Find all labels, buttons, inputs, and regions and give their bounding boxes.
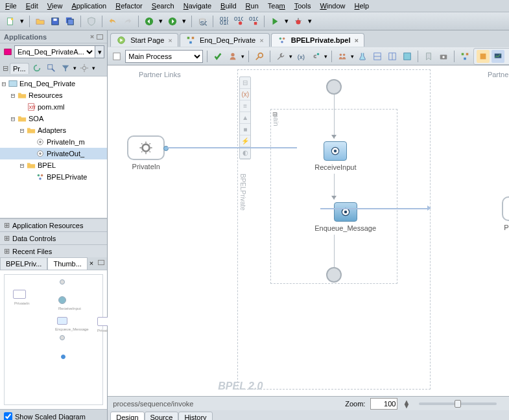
tree-resources[interactable]: Resources [29, 91, 63, 99]
bpel-canvas[interactable]: Partner Links ⊟ (x) ≡ ▲ ■ ⚡ ◐ BPELP [108, 65, 509, 396]
tree-pom[interactable]: pom.xml [38, 103, 65, 111]
project-tree[interactable]: ⊟Enq_Deq_Private ⊟Resources xmlpom.xml ⊟… [0, 76, 107, 218]
link-icon[interactable] [309, 50, 322, 63]
panel-close-icon[interactable]: × [88, 257, 95, 270]
new-icon[interactable] [4, 15, 17, 28]
dropdown-icon[interactable]: ▾ [19, 15, 25, 28]
palette-variable-icon[interactable]: (x) [240, 89, 250, 100]
settings-icon[interactable] [78, 62, 91, 75]
dropdown-icon[interactable]: ▾ [92, 65, 95, 71]
app-menu-dropdown[interactable]: ▾ [95, 45, 104, 58]
menu-run[interactable]: Run [246, 2, 259, 10]
close-tab-icon[interactable]: × [168, 36, 172, 45]
debug-icon[interactable] [292, 15, 305, 28]
filter-icon[interactable] [59, 62, 72, 75]
dropdown-icon[interactable]: ▾ [351, 53, 354, 60]
accordion-data-controls[interactable]: ⊞Data Controls [0, 231, 107, 244]
close-tab-icon[interactable]: × [259, 36, 264, 45]
binary-icon[interactable]: 01010101 [217, 15, 230, 28]
panel-restore-icon[interactable] [97, 34, 103, 40]
menu-team[interactable]: Team [268, 2, 285, 10]
undo-icon[interactable] [106, 15, 119, 28]
tree-private-out[interactable]: PrivateOut_ [47, 150, 84, 158]
locate-icon[interactable] [45, 62, 58, 75]
back-icon[interactable] [143, 15, 156, 28]
dropdown-icon[interactable]: ▾ [73, 65, 77, 71]
dropdown-icon[interactable]: ▾ [324, 53, 327, 60]
application-selector[interactable]: Enq_Deq_PrivateA... ▾ [3, 45, 104, 58]
panel-close-icon[interactable]: × [90, 32, 95, 41]
zoom-spinner[interactable]: ▲▼ [403, 400, 410, 408]
variable-icon[interactable]: (x) [294, 50, 307, 63]
thumbnail-view[interactable]: ReceiveInput Enqueue_Message PrivateIn P… [0, 270, 107, 409]
menu-view[interactable]: View [47, 2, 63, 10]
projects-tab[interactable]: Pr... [10, 63, 29, 74]
wrench-icon[interactable] [274, 50, 287, 63]
collapse-icon[interactable]: ⊟ [272, 111, 278, 117]
test-icon[interactable] [356, 50, 369, 63]
forward-icon[interactable] [166, 15, 179, 28]
zoom-fit-icon[interactable] [506, 397, 509, 410]
dropdown-icon[interactable]: ▾ [289, 53, 292, 60]
tree-bpel-folder[interactable]: BPEL [38, 161, 56, 169]
tab-history[interactable]: History [178, 412, 212, 420]
composite-icon[interactable] [458, 50, 471, 63]
menu-navigate[interactable]: Navigate [183, 2, 211, 10]
dropdown-icon[interactable]: ▾ [181, 15, 187, 28]
monitor-icon[interactable] [491, 50, 504, 63]
tab-thumbnail[interactable]: Thumb... [47, 257, 87, 270]
tab-bpel-private[interactable]: BPELPrivate.bpel × [271, 33, 364, 47]
palette-invoke-icon[interactable]: ▲ [240, 112, 250, 124]
menu-application[interactable]: Application [71, 2, 106, 10]
tab-collapse-icon[interactable]: ⊟ [3, 64, 8, 73]
palette-assign-icon[interactable]: ≡ [240, 100, 250, 112]
partner-icon[interactable] [226, 50, 239, 63]
binary-bug-icon[interactable]: 0101 [232, 15, 245, 28]
accordion-app-resources[interactable]: ⊞Application Resources [0, 218, 107, 231]
redo-icon[interactable] [121, 15, 134, 28]
binary-stop-icon[interactable]: 0101 [247, 15, 260, 28]
tab-enq-deq[interactable]: Enq_Deq_Private × [180, 33, 270, 47]
partner-private-out[interactable]: PrivateOut [502, 196, 509, 231]
tree-soa[interactable]: SOA [29, 115, 43, 122]
shield-icon[interactable] [85, 15, 98, 28]
tree-adapters[interactable]: Adapters [38, 126, 66, 134]
menu-search[interactable]: Search [152, 2, 174, 10]
dropdown-icon[interactable]: ▾ [283, 15, 290, 28]
layout2-icon[interactable] [386, 50, 399, 63]
menu-window[interactable]: Window [320, 2, 345, 10]
tab-source[interactable]: Source [145, 412, 179, 420]
partner-private-in[interactable]: PrivateIn [127, 135, 165, 170]
bookmark-icon[interactable] [422, 50, 435, 63]
menu-tools[interactable]: Tools [294, 2, 311, 10]
panel-restore-icon[interactable] [98, 260, 104, 265]
tab-bpel-structure[interactable]: BPELPriv... [0, 257, 47, 270]
menu-refactor[interactable]: Refactor [115, 2, 143, 10]
invoke-activity[interactable]: Enqueue_Message [314, 202, 376, 232]
save-all-icon[interactable] [64, 15, 77, 28]
tab-design[interactable]: Design [110, 412, 144, 420]
start-node[interactable] [326, 79, 342, 95]
receive-activity[interactable]: ReceiveInput [314, 141, 356, 171]
highlight-icon[interactable] [401, 50, 414, 63]
scope-selector[interactable]: Main Process [125, 50, 203, 63]
layout1-icon[interactable] [371, 50, 384, 63]
save-icon[interactable] [49, 15, 62, 28]
accordion-recent-files[interactable]: ⊞Recent Files [0, 244, 107, 257]
palette-scope-icon[interactable]: ◐ [240, 147, 250, 159]
refresh-icon[interactable] [30, 62, 43, 75]
db-icon[interactable]: SQL [196, 15, 209, 28]
menu-file[interactable]: File [5, 2, 17, 10]
menu-help[interactable]: Help [355, 2, 370, 10]
sensor-icon[interactable] [506, 50, 509, 63]
camera-icon[interactable] [437, 50, 450, 63]
people-icon[interactable] [336, 50, 349, 63]
dropdown-icon[interactable]: ▾ [241, 53, 244, 60]
app-select[interactable]: Enq_Deq_PrivateA... [14, 45, 95, 58]
dropdown-icon[interactable]: ▾ [307, 15, 313, 28]
palette-icon[interactable] [477, 50, 490, 63]
tree-private-in[interactable]: PrivateIn_m [47, 138, 85, 146]
palette-receive-icon[interactable]: ■ [240, 124, 250, 135]
open-icon[interactable] [34, 15, 47, 28]
tree-project[interactable]: Enq_Deq_Private [19, 80, 75, 88]
